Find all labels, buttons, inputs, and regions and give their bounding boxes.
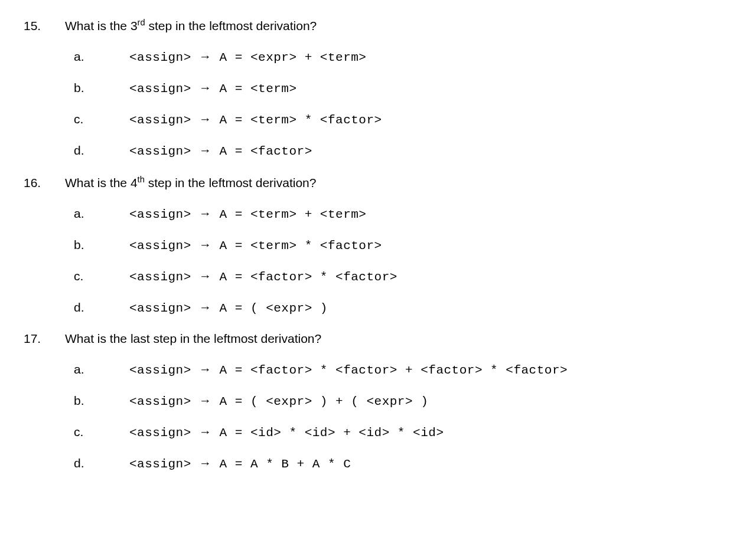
option-code: <assign> → A = <factor> * <factor> — [129, 269, 397, 284]
option-letter: c. — [74, 112, 129, 126]
arrow-icon: → — [199, 81, 212, 94]
question-block: 16.What is the 4th step in the leftmost … — [24, 175, 732, 315]
option-code: <assign> → A = <factor> * <factor> + <fa… — [129, 362, 568, 377]
arrow-icon: → — [199, 456, 212, 470]
question-row: 17.What is the last step in the leftmost… — [24, 332, 732, 346]
option-letter: b. — [74, 238, 129, 252]
code-prefix: <assign> — [129, 426, 199, 440]
option-letter: c. — [74, 269, 129, 283]
options-list: a.<assign> → A = <term> + <term>b.<assig… — [24, 207, 732, 315]
arrow-icon: → — [199, 425, 212, 438]
option-code: <assign> → A = <factor> — [129, 143, 312, 158]
code-body: A = <factor> * <factor> + <factor> * <fa… — [211, 364, 568, 377]
code-body: A = <term> * <factor> — [211, 113, 382, 127]
option-row: d.<assign> → A = ( <expr> ) — [74, 300, 732, 315]
question-text-after: step in the leftmost derivation? — [145, 176, 317, 189]
code-prefix: <assign> — [129, 239, 199, 253]
code-body: A = ( <expr> ) + ( <expr> ) — [211, 395, 428, 408]
arrow-icon: → — [199, 207, 212, 220]
arrow-icon: → — [199, 238, 212, 251]
code-body: A = ( <expr> ) — [211, 302, 328, 315]
arrow-icon: → — [199, 394, 212, 407]
option-row: a.<assign> → A = <factor> * <factor> + <… — [74, 362, 732, 377]
arrow-icon: → — [199, 112, 212, 126]
option-letter: d. — [74, 143, 129, 158]
code-body: A = A * B + A * C — [211, 457, 351, 471]
ordinal-sup: th — [138, 175, 145, 184]
option-row: c.<assign> → A = <term> * <factor> — [74, 112, 732, 127]
question-text-before: What is the 4 — [65, 176, 138, 189]
code-body: A = <term> * <factor> — [211, 239, 382, 253]
question-number: 15. — [24, 19, 65, 33]
question-block: 15.What is the 3rd step in the leftmost … — [24, 18, 732, 158]
option-row: b.<assign> → A = <term> * <factor> — [74, 238, 732, 253]
option-letter: b. — [74, 81, 129, 95]
option-code: <assign> → A = <term> — [129, 81, 297, 96]
question-text: What is the 4th step in the leftmost der… — [65, 175, 316, 190]
code-prefix: <assign> — [129, 302, 199, 315]
arrow-icon: → — [199, 362, 212, 376]
option-letter: d. — [74, 300, 129, 315]
option-row: d.<assign> → A = A * B + A * C — [74, 456, 732, 471]
question-text: What is the last step in the leftmost de… — [65, 332, 321, 346]
option-letter: a. — [74, 50, 129, 64]
code-body: A = <term> — [211, 82, 296, 96]
option-code: <assign> → A = <id> * <id> + <id> * <id> — [129, 425, 444, 440]
option-code: <assign> → A = <term> * <factor> — [129, 238, 382, 253]
arrow-icon: → — [199, 50, 212, 63]
options-list: a.<assign> → A = <factor> * <factor> + <… — [24, 362, 732, 471]
question-text-before: What is the 3 — [65, 19, 138, 32]
ordinal-sup: rd — [138, 18, 145, 27]
option-row: b.<assign> → A = <term> — [74, 81, 732, 96]
code-prefix: <assign> — [129, 270, 199, 284]
code-body: A = <factor> * <factor> — [211, 270, 397, 284]
option-row: a.<assign> → A = <expr> + <term> — [74, 50, 732, 64]
code-prefix: <assign> — [129, 395, 199, 408]
option-code: <assign> → A = <term> * <factor> — [129, 112, 382, 127]
options-list: a.<assign> → A = <expr> + <term>b.<assig… — [24, 50, 732, 158]
option-row: c.<assign> → A = <id> * <id> + <id> * <i… — [74, 425, 732, 440]
option-code: <assign> → A = ( <expr> ) + ( <expr> ) — [129, 394, 428, 408]
option-row: a.<assign> → A = <term> + <term> — [74, 207, 732, 221]
option-letter: b. — [74, 394, 129, 408]
code-prefix: <assign> — [129, 82, 199, 96]
code-prefix: <assign> — [129, 457, 199, 471]
option-code: <assign> → A = <term> + <term> — [129, 207, 366, 221]
option-letter: d. — [74, 456, 129, 470]
option-row: d.<assign> → A = <factor> — [74, 143, 732, 158]
arrow-icon: → — [199, 300, 212, 314]
code-body: A = <term> + <term> — [211, 208, 366, 221]
option-letter: a. — [74, 207, 129, 221]
question-row: 15.What is the 3rd step in the leftmost … — [24, 18, 732, 33]
code-body: A = <factor> — [211, 145, 312, 158]
question-text-after: step in the leftmost derivation? — [145, 19, 317, 32]
arrow-icon: → — [199, 143, 212, 157]
option-code: <assign> → A = A * B + A * C — [129, 456, 351, 471]
question-number: 17. — [24, 332, 65, 346]
option-code: <assign> → A = <expr> + <term> — [129, 50, 366, 64]
code-prefix: <assign> — [129, 208, 199, 221]
question-block: 17.What is the last step in the leftmost… — [24, 332, 732, 471]
code-prefix: <assign> — [129, 364, 199, 377]
option-row: c.<assign> → A = <factor> * <factor> — [74, 269, 732, 284]
option-row: b.<assign> → A = ( <expr> ) + ( <expr> ) — [74, 394, 732, 408]
question-number: 16. — [24, 176, 65, 190]
option-letter: c. — [74, 425, 129, 439]
arrow-icon: → — [199, 269, 212, 283]
question-text-before: What is the last step in the leftmost de… — [65, 332, 321, 345]
code-prefix: <assign> — [129, 113, 199, 127]
option-letter: a. — [74, 362, 129, 377]
code-body: A = <id> * <id> + <id> * <id> — [211, 426, 444, 440]
code-prefix: <assign> — [129, 145, 199, 158]
code-prefix: <assign> — [129, 51, 199, 64]
code-body: A = <expr> + <term> — [211, 51, 366, 64]
question-row: 16.What is the 4th step in the leftmost … — [24, 175, 732, 190]
option-code: <assign> → A = ( <expr> ) — [129, 300, 328, 315]
question-text: What is the 3rd step in the leftmost der… — [65, 18, 317, 33]
